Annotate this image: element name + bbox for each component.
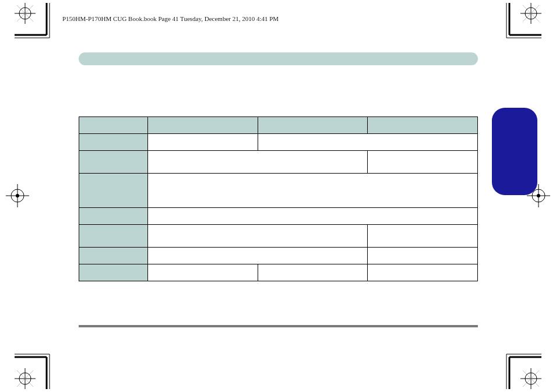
crop-mark-bottom-right <box>495 342 541 389</box>
footer-divider <box>79 325 478 327</box>
table-cell <box>148 208 478 225</box>
table-header-row <box>79 117 478 134</box>
table-cell <box>368 151 478 174</box>
table-cell <box>368 225 478 248</box>
table-cell <box>148 264 258 281</box>
table-cell <box>148 248 368 264</box>
crop-mark-bottom-left <box>15 342 61 389</box>
table-row <box>79 225 478 248</box>
table-cell <box>79 151 148 174</box>
table-cell <box>148 134 258 151</box>
section-heading-bar <box>79 52 478 65</box>
table-cell <box>79 264 148 281</box>
chapter-tab <box>492 108 537 195</box>
table-cell <box>368 248 478 264</box>
table-cell <box>79 134 148 151</box>
table-cell <box>148 117 258 134</box>
spec-table <box>79 116 478 281</box>
crop-mark-top-left <box>15 3 61 50</box>
table-row <box>79 151 478 174</box>
table-cell <box>368 117 478 134</box>
table-cell <box>368 264 478 281</box>
table-cell <box>79 225 148 248</box>
table-cell <box>258 117 368 134</box>
table-row <box>79 208 478 225</box>
table-cell <box>79 208 148 225</box>
table-row <box>79 174 478 208</box>
table-row <box>79 248 478 264</box>
table-cell <box>148 225 368 248</box>
table-cell <box>148 151 368 174</box>
table-cell <box>79 248 148 264</box>
table-cell <box>79 174 148 208</box>
page-header-meta: P150HM-P170HM CUG Book.book Page 41 Tues… <box>62 15 279 22</box>
table-row <box>79 264 478 281</box>
table-cell <box>79 117 148 134</box>
table-row <box>79 134 478 151</box>
table-cell <box>258 134 477 151</box>
table-cell <box>148 174 478 208</box>
registration-mark-left <box>6 184 29 207</box>
crop-mark-top-right <box>495 3 541 50</box>
table-cell <box>258 264 368 281</box>
